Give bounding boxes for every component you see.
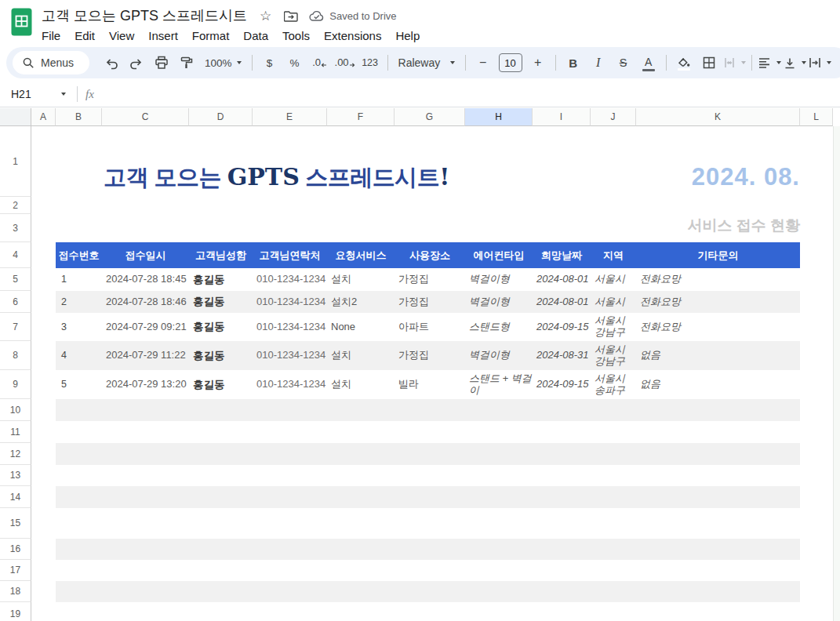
row-header-11[interactable]: 11 xyxy=(0,421,31,443)
table-cell[interactable]: 없음 xyxy=(636,370,800,399)
table-cell[interactable]: 1 xyxy=(56,268,102,291)
table-cell[interactable]: 벽걸이형 xyxy=(465,268,533,291)
row-header-16[interactable]: 16 xyxy=(0,539,31,560)
menu-help[interactable]: Help xyxy=(388,27,427,44)
column-header-L[interactable]: L xyxy=(800,108,833,126)
row-header-6[interactable]: 6 xyxy=(0,291,31,313)
increase-decimal-button[interactable]: .00 xyxy=(333,52,357,74)
column-header-K[interactable]: K xyxy=(636,108,800,126)
table-cell[interactable]: 2024-08-01 xyxy=(533,268,591,291)
table-cell[interactable]: 설치 xyxy=(327,370,395,399)
menu-view[interactable]: View xyxy=(102,27,141,44)
table-cell[interactable]: 스탠드 + 벽걸이 xyxy=(465,370,533,399)
table-cell[interactable]: 4 xyxy=(56,341,102,370)
table-header-cell[interactable]: 에어컨타입 xyxy=(465,242,533,268)
table-cell[interactable]: 서울시 송파구 xyxy=(591,370,636,399)
table-cell[interactable]: 서울시 강남구 xyxy=(591,313,636,341)
horizontal-align-button[interactable] xyxy=(758,52,781,74)
row-header-19[interactable]: 19 xyxy=(0,602,31,621)
table-cell[interactable]: 아파트 xyxy=(395,313,465,341)
paint-format-button[interactable] xyxy=(175,52,198,74)
move-folder-icon[interactable] xyxy=(284,10,298,22)
row-header-9[interactable]: 9 xyxy=(0,370,31,399)
table-header-cell[interactable]: 접수번호 xyxy=(56,242,102,268)
table-cell[interactable]: 2024-09-15 xyxy=(533,370,591,399)
decrease-font-size-button[interactable]: − xyxy=(471,52,495,74)
table-cell[interactable]: 010-1234-1234 xyxy=(253,370,327,399)
menu-insert[interactable]: Insert xyxy=(141,27,185,44)
star-icon[interactable]: ☆ xyxy=(260,9,271,23)
table-cell[interactable]: 홍길동 xyxy=(189,341,253,370)
table-cell[interactable]: 2024-07-29 11:22 xyxy=(102,341,189,370)
table-cell[interactable]: 빌라 xyxy=(395,370,465,399)
table-cell[interactable]: 벽걸이형 xyxy=(465,341,533,370)
document-title[interactable]: 고객 모으는 GPTS 스프레드시트 xyxy=(42,6,247,25)
column-header-E[interactable]: E xyxy=(253,108,327,126)
table-cell[interactable]: 홍길동 xyxy=(189,313,253,341)
table-cell[interactable]: 벽걸이형 xyxy=(465,291,533,313)
table-header-cell[interactable]: 접수일시 xyxy=(102,242,189,268)
sheet-content[interactable]: 고객 모으는 GPTS 스프레드시트! 2024. 08. 서비스 접수 현황 … xyxy=(31,126,840,621)
zoom-select[interactable]: 100% xyxy=(200,52,246,74)
text-color-button[interactable]: A xyxy=(637,52,660,74)
table-cell[interactable]: 010-1234-1234 xyxy=(253,313,327,341)
column-header-D[interactable]: D xyxy=(189,108,253,126)
table-cell[interactable]: 가정집 xyxy=(395,291,465,313)
empty-row-band[interactable] xyxy=(56,602,800,621)
table-cell[interactable]: None xyxy=(327,313,395,341)
empty-row-band[interactable] xyxy=(56,508,800,539)
table-header-cell[interactable]: 요청서비스 xyxy=(327,242,395,268)
saved-status[interactable]: Saved to Drive xyxy=(309,10,396,22)
name-box[interactable]: H21 xyxy=(11,88,56,100)
empty-row-band[interactable] xyxy=(56,465,800,486)
table-cell[interactable]: 홍길동 xyxy=(189,268,253,291)
column-header-A[interactable]: A xyxy=(31,108,56,126)
table-cell[interactable]: 전화요망 xyxy=(636,291,800,313)
empty-row-band[interactable] xyxy=(56,539,800,560)
italic-button[interactable]: I xyxy=(587,52,610,74)
table-cell[interactable]: 010-1234-1234 xyxy=(253,268,327,291)
table-cell[interactable]: 2 xyxy=(56,291,102,313)
column-header-B[interactable]: B xyxy=(56,108,102,126)
row-header-15[interactable]: 15 xyxy=(0,508,31,539)
menus-search[interactable]: Menus xyxy=(13,51,89,74)
menu-data[interactable]: Data xyxy=(236,27,275,44)
number-format-button[interactable]: 123 xyxy=(358,52,382,74)
empty-row-band[interactable] xyxy=(56,581,800,602)
row-header-4[interactable]: 4 xyxy=(0,242,31,268)
table-cell[interactable]: 홍길동 xyxy=(189,291,253,313)
empty-row-band[interactable] xyxy=(56,443,800,465)
column-header-J[interactable]: J xyxy=(591,108,636,126)
sheets-logo-icon[interactable] xyxy=(11,8,32,36)
row-header-1[interactable]: 1 xyxy=(0,126,31,197)
table-cell[interactable]: 없음 xyxy=(636,341,800,370)
table-cell[interactable]: 3 xyxy=(56,313,102,341)
row-header-10[interactable]: 10 xyxy=(0,399,31,421)
column-header-H[interactable]: H xyxy=(465,108,533,126)
table-header-cell[interactable]: 희망날짜 xyxy=(533,242,591,268)
table-header-cell[interactable]: 사용장소 xyxy=(395,242,465,268)
merge-cells-button[interactable] xyxy=(722,52,746,74)
table-cell[interactable]: 전화요망 xyxy=(636,268,800,291)
row-header-8[interactable]: 8 xyxy=(0,341,31,370)
table-cell[interactable]: 설치 xyxy=(327,341,395,370)
table-header-cell[interactable]: 기타문의 xyxy=(636,242,800,268)
row-header-12[interactable]: 12 xyxy=(0,443,31,465)
column-header-C[interactable]: C xyxy=(102,108,189,126)
table-cell[interactable]: 2024-07-29 13:20 xyxy=(102,370,189,399)
table-cell[interactable]: 설치 xyxy=(327,268,395,291)
table-cell[interactable]: 2024-07-28 18:45 xyxy=(102,268,189,291)
row-header-18[interactable]: 18 xyxy=(0,581,31,602)
fill-color-button[interactable] xyxy=(672,52,696,74)
borders-button[interactable] xyxy=(697,52,721,74)
table-cell[interactable]: 2024-08-31 xyxy=(533,341,591,370)
row-header-14[interactable]: 14 xyxy=(0,486,31,508)
empty-row-band[interactable] xyxy=(56,560,800,581)
menu-tools[interactable]: Tools xyxy=(275,27,317,44)
table-cell[interactable]: 가정집 xyxy=(395,341,465,370)
table-cell[interactable]: 홍길동 xyxy=(189,370,253,399)
table-cell[interactable]: 설치2 xyxy=(327,291,395,313)
row-header-13[interactable]: 13 xyxy=(0,465,31,486)
table-cell[interactable]: 2024-07-28 18:46 xyxy=(102,291,189,313)
row-header-17[interactable]: 17 xyxy=(0,560,31,581)
